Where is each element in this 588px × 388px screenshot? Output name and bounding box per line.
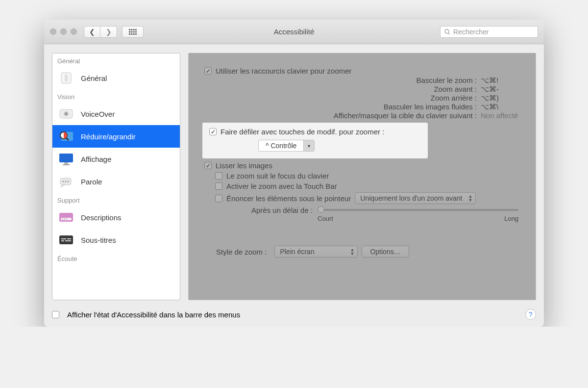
svg-point-33 [66, 219, 67, 220]
speak-items-value: Uniquement lors d'un zoom avant [360, 194, 462, 202]
forward-button[interactable]: ❯ [100, 26, 117, 38]
svg-rect-24 [63, 164, 70, 165]
svg-rect-35 [61, 238, 66, 239]
svg-rect-3 [135, 29, 137, 30]
svg-rect-10 [133, 33, 135, 35]
shortcut-label: Zoom arrière : [295, 94, 477, 103]
delay-slider[interactable]: Court Long [318, 206, 518, 222]
svg-rect-11 [135, 33, 137, 35]
nav-group: ❮ ❯ [84, 26, 117, 38]
label-smooth-images: Lisser les images [216, 161, 272, 170]
shortcut-value: ⌥⌘! [477, 76, 521, 85]
updown-icon: ▲▼ [468, 194, 472, 202]
speak-items-dropdown[interactable]: Uniquement lors d'un zoom avant ▲▼ [355, 192, 476, 204]
general-icon [57, 71, 75, 85]
checkbox-follow-keyboard[interactable] [215, 172, 222, 180]
sidebar-item-label: Parole [81, 178, 102, 186]
sidebar-item-label: Descriptions [81, 213, 122, 222]
svg-rect-5 [131, 31, 132, 32]
shortcut-label: Basculer le zoom : [295, 76, 477, 85]
delay-label: Après un délai de : [251, 206, 313, 214]
sidebar-item-descriptions[interactable]: Descriptions [52, 206, 180, 229]
svg-rect-7 [135, 31, 137, 32]
checkbox-speak-items[interactable] [215, 195, 222, 202]
show-all-button[interactable] [122, 26, 144, 38]
svg-point-27 [65, 181, 67, 182]
sidebar-item-label: Général [81, 74, 107, 82]
traffic-lights [50, 28, 77, 35]
svg-rect-0 [129, 29, 130, 30]
label-touch-bar: Activer le zoom avec la Touch Bar [226, 182, 337, 190]
checkbox-status-menubar[interactable] [52, 311, 59, 318]
zoom-window-icon[interactable] [71, 28, 77, 35]
display-icon [57, 152, 75, 166]
help-button[interactable]: ? [525, 309, 536, 320]
modifier-key-value: ^ Contrôle [259, 142, 303, 150]
shortcut-value: ⌥⌘) [477, 94, 521, 103]
svg-line-13 [448, 33, 450, 34]
section-support: Support [52, 193, 180, 206]
svg-rect-9 [131, 33, 132, 35]
sidebar-scroll[interactable]: Général Général Vision VoiceOver Réduire… [52, 53, 180, 300]
modifier-key-dropdown[interactable]: ^ Contrôle ▾ [258, 140, 315, 152]
updown-icon: ▲▼ [350, 248, 354, 256]
zoom-style-dropdown[interactable]: Plein écran ▲▼ [274, 246, 358, 258]
minimize-window-icon[interactable] [60, 28, 67, 35]
section-listen: Écoute [52, 251, 180, 264]
voiceover-icon [57, 106, 75, 121]
sidebar-item-label: VoiceOver [81, 110, 115, 118]
search-icon [444, 29, 450, 35]
svg-rect-1 [131, 29, 132, 30]
shortcut-label: Zoom avant : [295, 85, 477, 94]
sidebar-item-subtitles[interactable]: Sous-titres [52, 229, 180, 251]
sidebar-item-display[interactable]: Affichage [52, 148, 180, 170]
chevron-down-icon: ▾ [303, 140, 314, 151]
search-input[interactable]: Rechercher [440, 26, 538, 38]
label-follow-keyboard: Le zoom suit le focus du clavier [226, 172, 329, 180]
svg-rect-38 [65, 240, 71, 241]
svg-point-28 [68, 181, 69, 182]
svg-rect-23 [64, 162, 68, 164]
svg-rect-4 [129, 31, 130, 32]
options-button[interactable]: Options… [362, 246, 409, 258]
svg-point-32 [64, 219, 65, 220]
svg-rect-15 [65, 75, 68, 81]
checkbox-keyboard-shortcuts[interactable] [204, 67, 212, 75]
svg-rect-22 [59, 154, 73, 162]
checkbox-touch-bar[interactable] [215, 182, 222, 190]
sidebar-item-voiceover[interactable]: VoiceOver [52, 103, 180, 125]
svg-point-18 [65, 112, 68, 115]
section-general: Général [52, 53, 180, 67]
search-placeholder: Rechercher [453, 28, 489, 36]
svg-rect-34 [59, 235, 73, 244]
svg-point-31 [62, 219, 63, 220]
zoom-style-value: Plein écran [280, 248, 314, 256]
checkbox-smooth-images[interactable] [204, 162, 212, 169]
sidebar: Général Général Vision VoiceOver Réduire… [52, 53, 180, 300]
shortcut-label: Basculer les images fluides : [295, 103, 477, 111]
checkbox-scroll-modifier[interactable] [209, 128, 217, 135]
sidebar-item-speech[interactable]: Parole [52, 170, 180, 193]
sidebar-item-general[interactable]: Général [52, 67, 180, 89]
sidebar-item-zoom[interactable]: Réduire/agrandir [52, 125, 180, 148]
slider-max-label: Long [504, 215, 518, 222]
svg-point-12 [445, 29, 449, 33]
window-title: Accessibilité [274, 27, 315, 36]
label-speak-items: Énoncer les éléments sous le pointeur [226, 194, 351, 203]
back-button[interactable]: ❮ [84, 26, 100, 38]
label-scroll-modifier: Faire défiler avec touches de modif. pou… [220, 128, 384, 136]
svg-rect-37 [61, 240, 64, 241]
body: Général Général Vision VoiceOver Réduire… [44, 44, 544, 304]
footer: Afficher l'état d'Accessibilité dans la … [44, 304, 544, 327]
shortcut-label: Afficher/masquer la cible du clavier sui… [295, 111, 477, 120]
section-vision: Vision [52, 89, 180, 103]
label-status-menubar: Afficher l'état d'Accessibilité dans la … [67, 310, 240, 319]
toolbar: ❮ ❯ Accessibilité Rechercher [44, 20, 544, 44]
speech-icon [57, 174, 75, 189]
sidebar-item-label: Sous-titres [81, 236, 116, 244]
sidebar-item-label: Réduire/agrandir [81, 132, 136, 141]
subtitles-icon [57, 233, 75, 247]
descriptions-icon [57, 210, 75, 225]
shortcut-value-unassigned: Non affecté [477, 111, 521, 120]
close-window-icon[interactable] [50, 28, 56, 35]
